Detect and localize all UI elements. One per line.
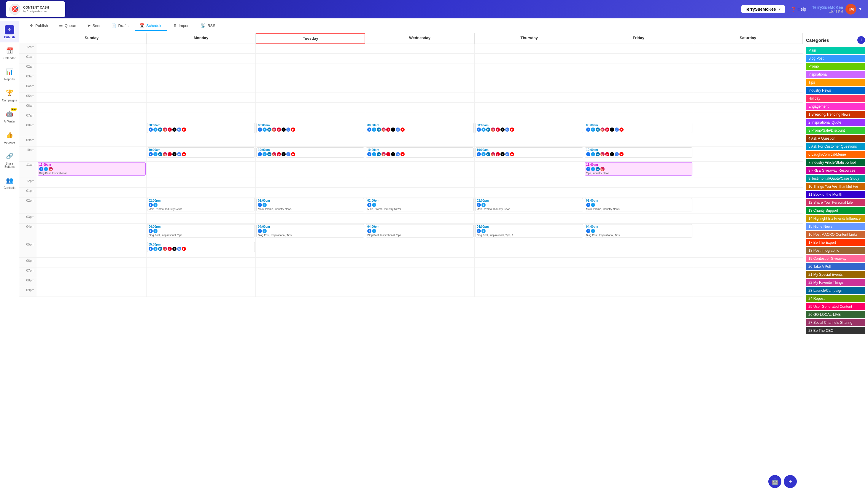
event-sun-11am[interactable]: 11:00am f t ig Blog Post, Inspirational [38,162,146,175]
cell-wed-12pm[interactable] [365,178,475,187]
cell-fri-07pm[interactable] [584,267,694,277]
sidebar-item-approve[interactable]: 👍 Approve [0,127,19,148]
cell-thu-07am[interactable] [475,112,584,122]
cell-fri-04pm[interactable]: 04:00pm f t Blog Post, Inspirational, Ti… [584,224,694,241]
cell-fri-05am[interactable] [584,93,694,102]
event-wed-10am[interactable]: 10:00am f t in ig p T G ▶ [366,147,474,158]
cell-tue-08pm[interactable] [256,277,365,287]
cell-tue-04pm[interactable]: 04:00pm f t Blog Post, Inspirational, Ti… [256,224,365,241]
cell-thu-07pm[interactable] [475,267,584,277]
event-fri-02pm[interactable]: 02:00pm f t Main, Promo, Industry News [585,198,693,211]
cell-mon-05pm[interactable]: 05:30pm f t in ig p T G ▶ [147,241,256,258]
event-fri-11am[interactable]: 11:00am f t in ig Tips, Industry News [585,162,693,175]
cell-wed-08pm[interactable] [365,277,475,287]
category-item-book[interactable]: 11 Book of the Month [806,191,865,198]
cell-thu-09pm[interactable] [475,287,584,297]
cell-mon-10am[interactable]: 10:00am f t in ig p T G ▶ [147,147,256,161]
cell-thu-02am[interactable] [475,63,584,73]
category-item-social-channels[interactable]: 27 Social Channels Sharing [806,319,865,326]
cell-mon-12pm[interactable] [147,178,256,187]
category-item-holiday[interactable]: Holiday [806,95,865,102]
sidebar-item-ai-writer[interactable]: New 🤖 AI Writer [0,106,19,127]
cell-sun-08pm[interactable] [37,277,147,287]
cell-mon-07pm[interactable] [147,267,256,277]
sidebar-item-share-buttons[interactable]: 🔗 Share Buttons [0,148,19,172]
cell-sat-11am[interactable] [693,162,803,177]
category-item-promo[interactable]: Promo [806,63,865,70]
cell-tue-12pm[interactable] [256,178,365,187]
event-wed-02pm[interactable]: 02:00pm f t Main, Promo, Industry News [366,198,474,211]
cell-sat-08am[interactable] [693,122,803,137]
category-item-main[interactable]: Main [806,47,865,54]
cell-sat-09pm[interactable] [693,287,803,297]
category-item-engagement[interactable]: Engagement [806,103,865,110]
cell-tue-09am[interactable] [256,137,365,147]
category-item-be-expert[interactable]: 17 Be The Expert [806,239,865,246]
tab-publish[interactable]: ✈ Publish [25,21,53,31]
tab-import[interactable]: ⬆ Import [169,21,194,31]
cell-mon-06am[interactable] [147,102,256,112]
cell-sun-01pm[interactable] [37,188,147,197]
event-fri-04pm[interactable]: 04:00pm f t Blog Post, Inspirational, Ti… [585,224,693,238]
cell-thu-04am[interactable] [475,83,584,93]
cell-sun-03pm[interactable] [37,214,147,223]
category-item-promo-sale[interactable]: 3 Promo/Sale/Discount [806,127,865,134]
cell-mon-11am[interactable] [147,162,256,177]
cell-wed-01pm[interactable] [365,188,475,197]
cell-sun-07pm[interactable] [37,267,147,277]
sidebar-item-reports[interactable]: 📊 Reports [0,63,19,84]
tab-queue[interactable]: ☰ Queue [54,21,81,31]
event-tue-08am[interactable]: 08:00am f t in ig p T G ▶ [256,123,364,133]
cell-sat-02am[interactable] [693,63,803,73]
cell-sun-02pm[interactable] [37,197,147,213]
cell-sat-03am[interactable] [693,73,803,83]
cell-fri-12am[interactable] [584,44,694,53]
cell-wed-09pm[interactable] [365,287,475,297]
cell-tue-10am[interactable]: 10:00am f t in ig p T G ▶ [256,147,365,161]
cell-wed-11am[interactable] [365,162,475,177]
cell-thu-06pm[interactable] [475,258,584,267]
help-button[interactable]: ❓ Help [791,7,806,12]
category-item-contest[interactable]: 19 Contest or Giveaway [806,255,865,262]
cell-thu-03pm[interactable] [475,214,584,223]
avatar[interactable]: TM [846,4,856,15]
cell-wed-07pm[interactable] [365,267,475,277]
cell-wed-06am[interactable] [365,102,475,112]
cell-tue-06pm[interactable] [256,258,365,267]
cell-thu-02pm[interactable]: 02:00pm f t Main, Promo, Industry News [475,197,584,213]
cell-sun-04pm[interactable] [37,224,147,241]
cell-thu-04pm[interactable]: 04:00pm f t Blog Post, Inspirational, Ti… [475,224,584,241]
category-item-charity[interactable]: 13 Charity Support [806,207,865,214]
chat-bot-button[interactable]: 🤖 [768,475,781,488]
cell-mon-03am[interactable] [147,73,256,83]
cell-sun-05am[interactable] [37,93,147,102]
cell-sun-12am[interactable] [37,44,147,53]
cell-sat-02pm[interactable] [693,197,803,213]
event-mon-02pm[interactable]: 02:00pm f t Main, Promo, Industry News [147,198,255,211]
cell-sun-09pm[interactable] [37,287,147,297]
category-item-blogpost[interactable]: Blog Post [806,55,865,62]
category-item-user-gen[interactable]: 25 User Generated Content [806,303,865,310]
cell-wed-04pm[interactable]: 04:00pm f t Blog Post, Inspirational, Ti… [365,224,475,241]
cell-thu-05am[interactable] [475,93,584,102]
cell-wed-07am[interactable] [365,112,475,122]
event-thu-02pm[interactable]: 02:00pm f t Main, Promo, Industry News [475,198,583,211]
cell-wed-09am[interactable] [365,137,475,147]
cell-fri-03am[interactable] [584,73,694,83]
cell-sat-10am[interactable] [693,147,803,161]
cell-sat-03pm[interactable] [693,214,803,223]
category-item-repost[interactable]: 24 Repost [806,295,865,302]
sidebar-item-publish[interactable]: ✈ Publish [0,21,19,42]
category-item-ask-question[interactable]: 4 Ask A Question [806,135,865,142]
cell-tue-02pm[interactable]: 02:00pm f t Main, Promo, Industry News [256,197,365,213]
event-mon-0530pm[interactable]: 05:30pm f t in ig p T G ▶ [147,242,255,252]
category-item-go-local[interactable]: 26 GO-LOCAL-LIVE [806,311,865,318]
cell-sat-12am[interactable] [693,44,803,53]
cell-sun-10am[interactable] [37,147,147,161]
cell-thu-03am[interactable] [475,73,584,83]
category-item-macro[interactable]: 16 Post MACRO Content Links [806,231,865,238]
category-item-launch[interactable]: 23 Launch/Campaign [806,287,865,294]
tab-sent[interactable]: ➤ Sent [82,21,105,31]
cell-wed-02pm[interactable]: 02:00pm f t Main, Promo, Industry News [365,197,475,213]
cell-fri-06pm[interactable] [584,258,694,267]
